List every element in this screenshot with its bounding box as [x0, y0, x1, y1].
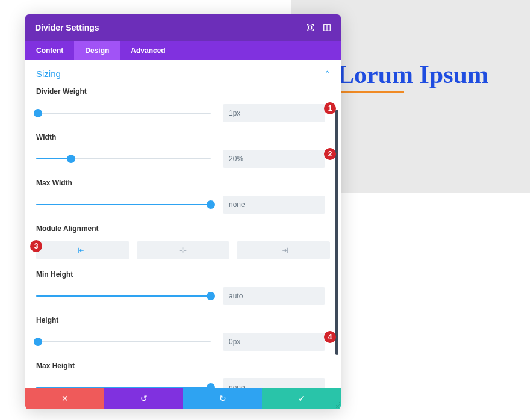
cancel-button[interactable]: ✕	[25, 388, 104, 409]
control-min-height: Min Height	[36, 270, 330, 305]
resize-handle-icon[interactable]	[334, 402, 340, 408]
width-input[interactable]	[223, 150, 325, 168]
svg-rect-0	[308, 26, 311, 29]
height-label: Height	[36, 316, 330, 324]
panel-header: Divider Settings	[25, 14, 341, 41]
slider-thumb[interactable]	[34, 109, 42, 117]
divider-weight-slider[interactable]	[36, 108, 211, 118]
panel-tabs: Content Design Advanced	[25, 41, 341, 60]
align-right-button[interactable]	[237, 241, 330, 259]
width-label: Width	[36, 133, 330, 141]
control-max-height: Max Height	[36, 362, 330, 388]
slider-thumb[interactable]	[207, 200, 215, 209]
panel-title: Divider Settings	[35, 23, 99, 32]
slider-thumb[interactable]	[207, 383, 215, 388]
control-divider-weight: Divider Weight 1	[36, 87, 330, 122]
divider-weight-input[interactable]	[223, 104, 325, 122]
save-button[interactable]: ✓	[262, 388, 341, 409]
dock-icon[interactable]	[323, 23, 331, 32]
height-slider[interactable]	[36, 337, 211, 347]
redo-button[interactable]: ↻	[183, 388, 262, 409]
divider-weight-label: Divider Weight	[36, 87, 330, 96]
max-height-slider[interactable]	[36, 383, 211, 388]
align-center-button[interactable]	[137, 241, 230, 259]
annotation-badge-2: 2	[324, 148, 336, 160]
min-height-slider[interactable]	[36, 291, 211, 301]
control-module-alignment: Module Alignment 3	[36, 224, 330, 259]
undo-button[interactable]: ↺	[104, 388, 183, 409]
close-icon: ✕	[61, 394, 69, 403]
tab-content[interactable]: Content	[25, 41, 74, 60]
slider-thumb[interactable]	[67, 155, 75, 163]
max-height-input[interactable]	[223, 378, 325, 388]
section-sizing-header[interactable]: Sizing ⌃	[25, 60, 341, 87]
scrollbar[interactable]	[335, 110, 338, 355]
control-height: Height 4	[36, 316, 330, 351]
align-right-icon	[279, 247, 288, 254]
panel-footer: ✕ ↺ ↻ ✓	[25, 388, 341, 409]
annotation-badge-1: 1	[324, 102, 336, 114]
slider-thumb[interactable]	[207, 292, 215, 300]
panel-scroll[interactable]: Sizing ⌃ Divider Weight	[25, 60, 341, 388]
chevron-up-icon: ⌃	[325, 70, 330, 78]
preview-divider	[337, 91, 404, 93]
settings-panel: Divider Settings Content Design	[25, 14, 341, 409]
redo-icon: ↻	[219, 394, 226, 403]
max-height-label: Max Height	[36, 362, 330, 370]
tab-design[interactable]: Design	[74, 41, 120, 60]
align-center-icon	[179, 247, 187, 254]
align-left-icon	[78, 247, 87, 254]
width-slider[interactable]	[36, 154, 211, 164]
panel-body: Sizing ⌃ Divider Weight	[25, 60, 341, 388]
slider-thumb[interactable]	[34, 338, 42, 346]
control-width: Width 2	[36, 133, 330, 168]
expand-icon[interactable]	[306, 23, 314, 32]
undo-icon: ↺	[140, 394, 148, 403]
max-width-input[interactable]	[223, 196, 325, 214]
min-height-input[interactable]	[223, 287, 325, 305]
module-alignment-label: Module Alignment	[36, 224, 330, 233]
tab-advanced[interactable]: Advanced	[120, 41, 176, 60]
preview-heading: Lorum Ipsum	[337, 60, 488, 89]
section-sizing-title: Sizing	[36, 69, 61, 79]
control-max-width: Max Width	[36, 179, 330, 214]
align-left-button[interactable]	[36, 241, 129, 259]
annotation-badge-4: 4	[324, 331, 336, 343]
min-height-label: Min Height	[36, 270, 330, 279]
height-input[interactable]	[223, 333, 325, 351]
max-width-slider[interactable]	[36, 200, 211, 209]
check-icon: ✓	[298, 394, 305, 403]
annotation-badge-3: 3	[30, 240, 42, 252]
max-width-label: Max Width	[36, 179, 330, 187]
section-sizing: Sizing ⌃ Divider Weight	[25, 60, 341, 388]
